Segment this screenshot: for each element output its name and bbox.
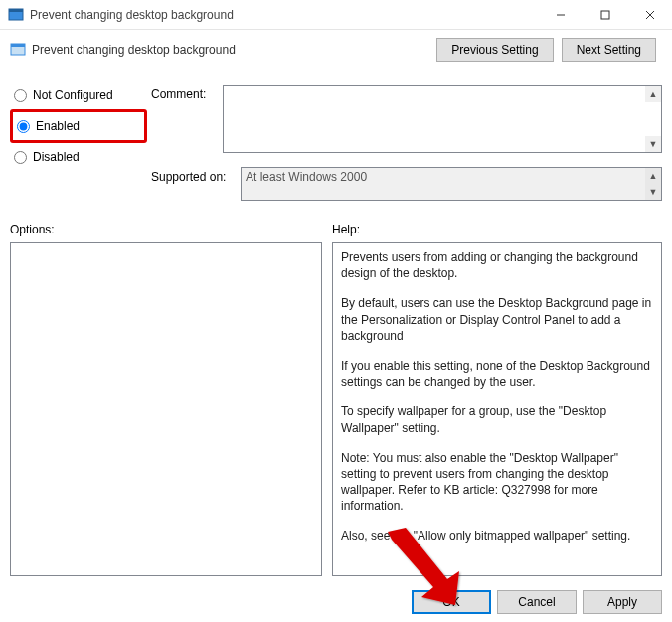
- comment-scroll-down-button[interactable]: ▼: [645, 136, 661, 152]
- close-button[interactable]: [627, 0, 672, 30]
- help-text: Also, see the "Allow only bitmapped wall…: [341, 528, 653, 544]
- header-row: Prevent changing desktop background Prev…: [0, 30, 672, 62]
- titlebar-controls: [538, 0, 672, 30]
- comment-textarea[interactable]: [223, 85, 662, 153]
- supported-on-label: Supported on:: [151, 170, 226, 184]
- supported-on-value: At least Windows 2000: [241, 167, 662, 201]
- comment-label: Comment:: [151, 87, 206, 101]
- supported-scroll-up-button[interactable]: ▲: [645, 168, 661, 184]
- chevron-up-icon: ▲: [649, 89, 658, 99]
- svg-rect-7: [11, 44, 25, 47]
- options-panel: [10, 242, 322, 576]
- apply-button[interactable]: Apply: [583, 590, 662, 614]
- help-text: Note: You must also enable the "Desktop …: [341, 450, 653, 515]
- help-text: To specify wallpaper for a group, use th…: [341, 403, 653, 435]
- radio-disabled-input[interactable]: [14, 151, 27, 164]
- titlebar-title: Prevent changing desktop background: [30, 8, 538, 22]
- maximize-button[interactable]: [583, 0, 627, 30]
- help-text: If you enable this setting, none of the …: [341, 358, 653, 389]
- help-panel: Prevents users from adding or changing t…: [332, 242, 662, 576]
- radio-disabled[interactable]: Disabled: [10, 143, 147, 171]
- radio-not-configured-input[interactable]: [14, 89, 27, 102]
- radio-not-configured[interactable]: Not Configured: [10, 81, 147, 109]
- radio-enabled[interactable]: Enabled: [10, 109, 147, 143]
- previous-setting-button[interactable]: Previous Setting: [436, 38, 553, 62]
- nav-buttons: Previous Setting Next Setting: [436, 38, 656, 62]
- ok-button[interactable]: OK: [412, 590, 491, 614]
- policy-icon: [10, 42, 26, 58]
- comment-scroll-up-button[interactable]: ▲: [645, 86, 661, 102]
- help-label: Help:: [332, 223, 360, 236]
- radio-enabled-input[interactable]: [17, 120, 30, 133]
- help-text: By default, users can use the Desktop Ba…: [341, 295, 653, 344]
- cancel-button[interactable]: Cancel: [497, 590, 577, 614]
- state-radio-group: Not Configured Enabled Disabled: [10, 81, 147, 171]
- chevron-down-icon: ▼: [649, 139, 658, 149]
- radio-not-configured-label: Not Configured: [33, 88, 113, 102]
- next-setting-button[interactable]: Next Setting: [562, 38, 656, 62]
- help-text: Prevents users from adding or changing t…: [341, 249, 653, 281]
- radio-enabled-label: Enabled: [36, 119, 80, 133]
- options-label: Options:: [10, 223, 55, 236]
- policy-title: Prevent changing desktop background: [32, 43, 436, 57]
- svg-rect-3: [601, 11, 609, 19]
- supported-scroll-down-button[interactable]: ▼: [645, 184, 661, 200]
- minimize-button[interactable]: [538, 0, 583, 30]
- dialog-footer: OK Cancel Apply: [0, 582, 672, 622]
- radio-disabled-label: Disabled: [33, 150, 80, 164]
- svg-rect-1: [9, 9, 23, 12]
- window-icon: [8, 7, 24, 23]
- titlebar: Prevent changing desktop background: [0, 0, 672, 30]
- chevron-up-icon: ▲: [649, 171, 658, 181]
- chevron-down-icon: ▼: [649, 187, 658, 197]
